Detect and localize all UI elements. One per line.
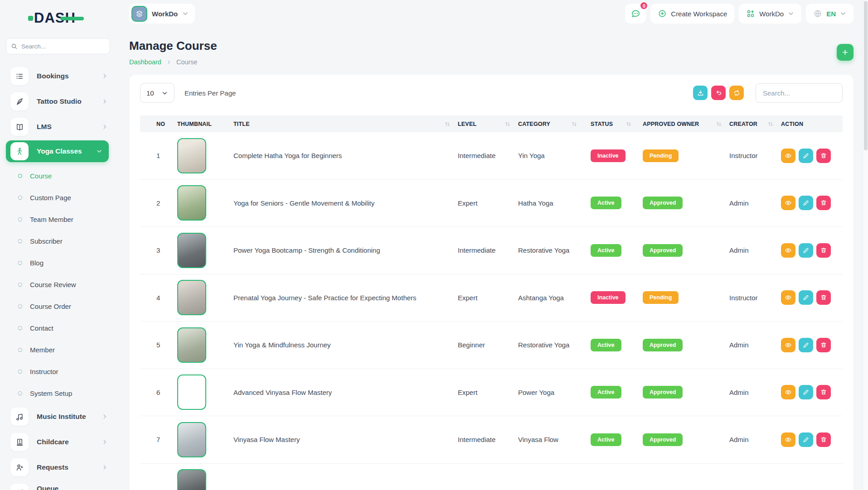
sidebar-subitem-member[interactable]: Member <box>0 339 116 360</box>
export-button[interactable] <box>693 86 708 100</box>
sidebar-subitem-system-setup[interactable]: System Setup <box>0 382 116 404</box>
messages-button[interactable]: 0 <box>625 4 646 24</box>
sidebar-subitem-blog[interactable]: Blog <box>0 252 116 274</box>
view-button[interactable] <box>781 243 795 258</box>
add-course-button[interactable] <box>837 44 853 61</box>
sidebar-subitem-contact[interactable]: Contact <box>0 317 116 339</box>
course-thumbnail[interactable] <box>177 375 206 410</box>
sidebar-item-childcare[interactable]: Childcare <box>0 429 116 455</box>
sidebar-subitem-course-review[interactable]: Course Review <box>0 274 116 295</box>
column-header-category[interactable]: CATEGORY <box>518 121 585 127</box>
delete-button[interactable] <box>816 290 831 305</box>
sort-icon[interactable] <box>504 121 511 127</box>
page-scrollbar[interactable] <box>863 0 868 490</box>
bullet-icon <box>18 261 22 265</box>
workspace-selector[interactable]: WorkDo <box>129 4 195 24</box>
sidebar-search-input[interactable] <box>21 43 105 50</box>
column-header-approved-owner[interactable]: APPROVED OWNER <box>639 121 729 127</box>
sidebar-item-bookings[interactable]: Bookings <box>0 63 116 89</box>
trash-icon <box>820 199 827 207</box>
course-level: Expert <box>458 199 518 207</box>
sidebar-subitem-custom-page[interactable]: Custom Page <box>0 187 116 208</box>
undo-icon <box>715 89 723 97</box>
chevron-right-icon <box>102 413 108 420</box>
view-button[interactable] <box>781 290 795 305</box>
pencil-icon <box>802 294 810 301</box>
delete-button[interactable] <box>816 432 831 447</box>
edit-button[interactable] <box>799 243 813 258</box>
sidebar-subitem-subscriber[interactable]: Subscriber <box>0 230 116 252</box>
chevron-right-icon <box>102 439 108 445</box>
column-header-level[interactable]: LEVEL <box>458 121 518 127</box>
course-level: Intermediate <box>458 246 518 254</box>
course-thumbnail[interactable] <box>177 138 206 173</box>
sidebar-item-music-institute[interactable]: Music Institute <box>0 404 116 429</box>
column-header-title[interactable]: TITLE <box>233 121 458 127</box>
delete-button[interactable] <box>816 338 831 352</box>
sort-icon[interactable] <box>626 121 632 127</box>
course-thumbnail[interactable] <box>177 185 206 221</box>
course-thumbnail[interactable] <box>177 233 206 268</box>
language-selector[interactable]: EN <box>806 4 853 24</box>
edit-button[interactable] <box>799 149 813 163</box>
refresh-button[interactable] <box>729 86 744 100</box>
column-header-creator[interactable]: CREATOR <box>729 121 781 127</box>
sort-icon[interactable] <box>716 121 722 127</box>
sidebar-item-lms[interactable]: LMS <box>0 114 116 139</box>
edit-button[interactable] <box>799 290 813 305</box>
course-title: Yin Yoga & Mindfulness Journey <box>233 341 458 349</box>
edit-button[interactable] <box>799 385 813 399</box>
column-header-status[interactable]: STATUS <box>585 121 639 127</box>
table-search-input[interactable] <box>756 83 843 103</box>
view-button[interactable] <box>781 432 795 447</box>
course-creator: Admin <box>729 246 781 254</box>
breadcrumb-dashboard-link[interactable]: Dashboard <box>129 58 161 66</box>
view-button[interactable] <box>781 385 795 399</box>
workdo-apps-button[interactable]: WorkDo <box>739 4 801 24</box>
course-thumbnail[interactable] <box>177 422 206 457</box>
approved-owner-badge: Approved <box>643 244 683 257</box>
edit-button[interactable] <box>799 338 813 352</box>
view-button[interactable] <box>781 149 795 163</box>
sidebar-subitem-instructor[interactable]: Instructor <box>0 360 116 382</box>
delete-button[interactable] <box>816 385 831 399</box>
table-row: 3 Power Yoga Bootcamp - Strength & Condi… <box>140 227 843 274</box>
course-creator: Admin <box>729 341 781 349</box>
sort-icon[interactable] <box>571 121 577 127</box>
course-thumbnail[interactable] <box>177 469 206 490</box>
entries-per-page-label: Entries Per Page <box>184 89 236 97</box>
view-button[interactable] <box>781 196 795 210</box>
course-thumbnail[interactable] <box>177 327 206 363</box>
delete-button[interactable] <box>816 196 831 210</box>
course-thumbnail[interactable] <box>177 280 206 315</box>
sidebar-subitem-team-member[interactable]: Team Member <box>0 208 116 230</box>
edit-button[interactable] <box>799 432 813 447</box>
yoga-person-icon <box>10 142 29 160</box>
column-header-thumbnail[interactable]: THUMBNAIL <box>177 121 233 127</box>
delete-button[interactable] <box>816 243 831 258</box>
view-button[interactable] <box>781 338 795 352</box>
eye-icon <box>785 389 792 396</box>
breadcrumb: Dashboard Course <box>129 58 217 66</box>
reset-button[interactable] <box>711 86 726 100</box>
create-workspace-button[interactable]: Create Workspace <box>650 4 734 24</box>
brand-logo[interactable]: DASH <box>28 10 76 26</box>
table-row: 6 Advanced Vinyasa Flow Mastery Expert P… <box>140 369 843 417</box>
topbar-actions: 0 Create Workspace WorkDo EN <box>625 4 853 24</box>
sort-icon[interactable] <box>444 121 451 127</box>
sort-icon[interactable] <box>767 121 774 127</box>
row-number: 1 <box>140 152 177 159</box>
course-level: Intermediate <box>458 436 518 443</box>
sidebar-item-yoga-classes[interactable]: Yoga Classes <box>6 140 109 162</box>
edit-button[interactable] <box>799 196 813 210</box>
entries-per-page-select[interactable]: 10 <box>140 83 175 103</box>
sidebar-item-tattoo-studio[interactable]: Tattoo Studio <box>0 89 116 114</box>
sidebar-subitem-course-order[interactable]: Course Order <box>0 295 116 317</box>
sidebar-item-queue-management[interactable]: Queue Management <box>0 480 116 490</box>
scrollbar-thumb[interactable] <box>864 1 868 150</box>
delete-button[interactable] <box>816 149 831 163</box>
sidebar-subitem-course[interactable]: Course <box>0 165 116 187</box>
bullet-icon <box>18 217 22 221</box>
column-header-no[interactable]: NO <box>140 121 177 127</box>
sidebar-item-requests[interactable]: Requests <box>0 455 116 480</box>
